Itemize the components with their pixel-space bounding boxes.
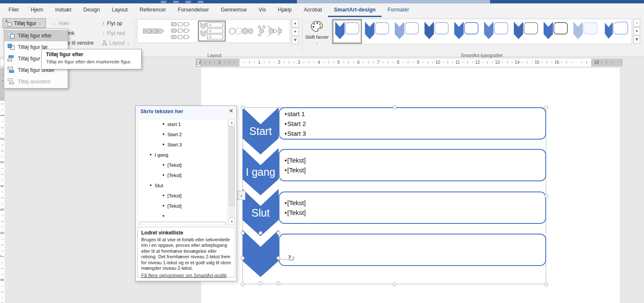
tooltip-body: Tilføj en figur efter den markerede figu… [46,59,137,64]
layout-gallery-item[interactable] [198,20,226,42]
ribbon-tab[interactable]: Referencer [134,3,172,17]
rotate-handle-icon[interactable]: ↻ [288,254,295,263]
ribbon-tab[interactable]: Hjem [25,3,49,17]
selection-handle[interactable] [241,283,245,286]
ribbon-tab[interactable]: Layout [106,3,134,17]
tooltip-title: Tilføj figur efter [46,51,137,57]
text-pane-row[interactable] [138,211,227,221]
smartart-bullet-text[interactable]: Start 2 [285,119,545,129]
ribbon-tab[interactable]: Forsendelser [172,3,215,17]
chevron-label[interactable]: Start [242,125,279,137]
ribbon-tab[interactable]: Vis [253,3,272,17]
ribbon-tab[interactable]: Indsæt [49,3,77,17]
smartart-bullet-text[interactable]: [Tekst] [285,208,545,217]
ruler-number: 2 [0,137,5,141]
smartart-style-item[interactable] [422,19,451,44]
chevron-label[interactable]: I gang [242,166,279,178]
layout-thumbnail-icon [142,22,166,40]
smartart-style-item[interactable] [451,19,481,44]
ribbon-tab[interactable]: Formatér [382,3,415,17]
shape-handle[interactable] [259,231,262,235]
layout-gallery-item[interactable] [256,20,284,42]
smartart-bullet-text[interactable]: Start 3 [285,129,545,138]
titlebar-search-box[interactable] [297,0,490,3]
ribbon-tab[interactable]: Gennemse [215,3,253,17]
layout-button[interactable]: Layout ⌄ [102,40,130,46]
selection-handle[interactable] [544,194,548,198]
smartart-text-box[interactable]: [Tekst][Tekst] [279,149,546,181]
ruler-number: 4 [318,60,320,65]
move-down-button[interactable]: ↓ Flyt ned [102,30,125,37]
text-pane-row[interactable]: Slut [138,180,227,191]
smartart-text-box[interactable] [279,234,546,266]
text-pane-row[interactable]: Start 3 [138,140,227,150]
chevron-label[interactable]: Slut [242,207,279,219]
layout-description-panel: Lodret vinkelliste Bruges til at vise et… [137,227,235,277]
smartart-bullet-text[interactable]: [Tekst] [285,198,545,208]
smartart-text-box[interactable]: start 1Start 2Start 3 [279,107,546,140]
smartart-style-item[interactable] [570,19,600,44]
scroll-up-button[interactable]: ▲ [633,19,640,27]
selection-handle[interactable] [241,106,245,109]
selection-handle[interactable] [544,283,548,286]
text-pane-row[interactable]: [Tekst] [138,160,227,170]
text-pane-row[interactable]: [Tekst] [138,191,227,201]
selection-handle[interactable] [393,106,396,109]
text-pane-row[interactable] [139,222,226,225]
shape-handle[interactable] [276,231,280,235]
smartart-style-item[interactable] [511,19,541,44]
promote-button[interactable]: ← Hæv [51,20,69,27]
smartart-style-item[interactable] [392,19,422,44]
move-up-button[interactable]: ↑ Flyt op [102,20,123,27]
scroll-up-button[interactable]: ▲ [228,119,235,126]
shape-handle[interactable] [241,231,245,235]
group-separator [302,19,302,52]
text-pane-row[interactable]: Start 2 [138,129,227,140]
shape-handle[interactable] [259,281,262,285]
scrollbar-thumb[interactable] [229,127,235,206]
smartart-bullet-text[interactable]: [Tekst] [285,165,545,175]
text-pane-row[interactable]: start 1 [138,119,227,129]
ribbon-tab[interactable]: Design [77,3,106,17]
smartart-text-box[interactable]: [Tekst][Tekst] [279,192,546,224]
smartart-style-item[interactable] [332,19,362,44]
shape-handle[interactable] [276,256,280,260]
smartart-style-item[interactable] [481,19,511,44]
scroll-up-button[interactable]: ▲ [292,19,299,27]
text-pane-row[interactable]: I gang [138,150,227,160]
gallery-more-button[interactable]: ▼ [633,36,640,44]
ribbon-tab[interactable]: Filer [3,3,25,17]
smartart-bullet-text[interactable]: start 1 [285,109,545,119]
layout-gallery-item[interactable] [169,20,197,42]
ribbon-tab[interactable]: SmartArt-design [328,3,382,17]
menu-item[interactable]: Tilføj assistent [4,76,68,87]
chevron-shape[interactable] [242,230,279,277]
smartart-style-item[interactable] [600,19,630,44]
text-pane-row[interactable]: [Tekst] [138,170,227,180]
ribbon-tab[interactable]: Acrobat [298,3,328,17]
text-pane-toggle-button[interactable]: › [237,191,245,200]
close-icon[interactable]: ✕ [229,108,234,114]
scroll-down-button[interactable]: ▼ [228,218,235,225]
ruler-number: 3 [0,160,5,165]
smartart-bullet-text[interactable]: [Tekst] [285,155,545,165]
gallery-more-button[interactable]: ▼ [292,36,299,44]
ribbon-tab[interactable]: Hjælp [272,3,298,17]
selection-handle[interactable] [544,106,548,109]
shape-handle[interactable] [241,256,245,260]
add-shape-button[interactable]: + Tilføj figur ⌄ [3,18,46,28]
menu-item-icon [8,44,14,50]
smartart-styles-gallery [332,19,632,44]
smartart-style-item[interactable] [541,19,570,44]
scroll-down-button[interactable]: ▼ [292,28,299,36]
menu-item[interactable]: Tilføj figur efter [4,30,68,41]
smartart-style-item[interactable] [362,19,392,44]
change-colors-button[interactable]: Skift farver ⌄ [304,19,330,52]
smartart-help-link[interactable]: Få flere oplysninger om SmartArt-grafik [141,273,227,278]
layout-gallery-item[interactable] [227,20,255,42]
layout-gallery-item[interactable] [140,20,168,42]
text-pane-row[interactable]: [Tekst] [138,201,227,211]
scroll-down-button[interactable]: ▼ [633,27,640,35]
shape-handle[interactable] [276,281,280,285]
selection-handle[interactable] [393,283,396,286]
